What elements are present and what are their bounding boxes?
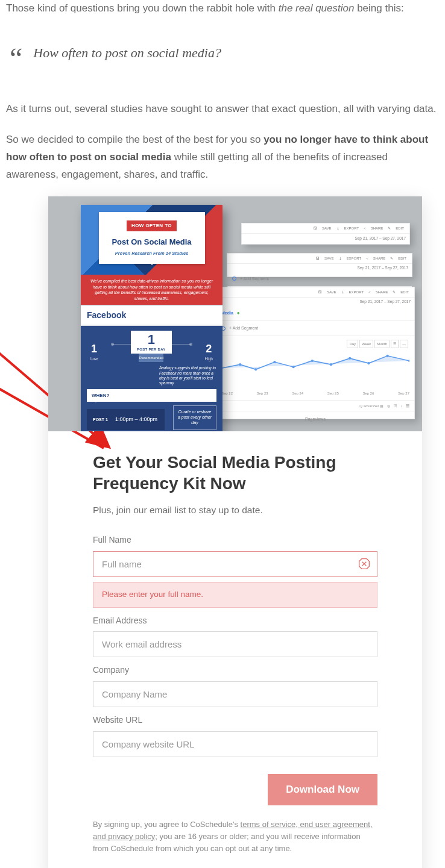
form-lead: Plus, join our email list to stay up to … — [93, 502, 377, 518]
quote-text: How often to post on social media? — [33, 42, 221, 64]
signup-form: Get Your Social Media Posting Frequency … — [48, 431, 422, 868]
company-input[interactable] — [93, 681, 377, 707]
hero-graphic: 🖫SAVE ⤓EXPORT <SHARE ✎EDIT Sep 21, 2017 … — [48, 196, 422, 431]
callout-bubble: HOW OFTEN TO Post On Social Media Proven… — [99, 212, 205, 264]
download-button[interactable]: Download Now — [268, 774, 377, 805]
text: By signing up, you agree to CoSchedule's — [93, 820, 241, 829]
legal-text: By signing up, you agree to CoSchedule's… — [93, 819, 377, 855]
svg-point-12 — [408, 360, 409, 362]
email-input[interactable] — [93, 631, 377, 657]
field-label: Email Address — [93, 614, 377, 628]
blockquote: “ How often to post on social media? — [6, 42, 439, 70]
recommended-tag: Recommended — [139, 354, 163, 362]
metric-label: Pageviews — [305, 416, 326, 423]
section-heading: Facebook — [81, 305, 222, 326]
quote-icon: “ — [10, 44, 22, 73]
segment-label: + Add Segment — [229, 325, 258, 332]
paragraph: So we decided to compile the best of the… — [6, 131, 439, 184]
emphasis: the real question — [279, 2, 355, 14]
website-input[interactable] — [93, 731, 377, 757]
svg-point-4 — [254, 368, 257, 370]
svg-point-11 — [387, 355, 389, 357]
post-time: 1:00pm – 4:00pm — [115, 415, 157, 424]
field-label: Company — [93, 663, 377, 678]
error-icon — [358, 558, 370, 570]
segment-label: + Add Segment — [240, 275, 269, 283]
curate-box: Curate or reshare a post every other day — [173, 405, 216, 429]
analytics-pane: 🖫SAVE ⤓EXPORT <SHARE ✎EDIT Sep 21, 2017 … — [241, 223, 410, 245]
date-range: Sep 21, 2017 – Sep 27, 2017 — [227, 264, 412, 272]
tab-label: Media — [221, 310, 233, 317]
intro-line: Those kind of questions bring you down t… — [6, 0, 439, 17]
callout-subtitle: Proven Research From 14 Studies — [104, 250, 200, 258]
field-label: Full Name — [93, 533, 377, 548]
signup-card: 🖫SAVE ⤓EXPORT <SHARE ✎EDIT Sep 21, 2017 … — [48, 196, 422, 868]
form-title: Get Your Social Media Posting Frequency … — [93, 452, 377, 494]
svg-point-5 — [273, 361, 276, 363]
intro-band: We've compiled the best data-driven info… — [81, 275, 222, 305]
text: Those kind of questions bring you down t… — [6, 2, 279, 14]
when-tag: WHEN? — [87, 389, 216, 402]
field-row-fullname — [93, 551, 377, 577]
svg-point-7 — [311, 360, 314, 362]
svg-point-6 — [292, 366, 295, 368]
analytics-pane-chart: 🖫SAVE ⤓EXPORT <SHARE ✎EDIT Sep 21, 2017 … — [216, 287, 415, 419]
line-chart: DayWeekMonth☰⋯ — [216, 336, 414, 390]
error-message: Please enter your full name. — [93, 582, 377, 608]
post-label: POST 1 — [93, 416, 108, 423]
svg-point-3 — [239, 363, 241, 366]
analytics-pane: 🖫SAVE ⤓EXPORT <SHARE ✎EDIT Sep 21, 2017 … — [227, 253, 412, 277]
signup-card-wrap: 🖫SAVE ⤓EXPORT <SHARE ✎EDIT Sep 21, 2017 … — [6, 196, 439, 868]
note-text: Analogy suggests that posting to Faceboo… — [87, 362, 216, 389]
paragraph: As it turns out, several studies have so… — [6, 101, 439, 118]
text: being this: — [354, 2, 403, 14]
svg-point-9 — [349, 357, 351, 360]
svg-point-10 — [367, 362, 370, 364]
pill-label: HOW OFTEN TO — [127, 220, 177, 231]
fullname-input[interactable] — [93, 551, 377, 577]
callout-title: Post On Social Media — [104, 236, 200, 249]
text: So we decided to compile the best of the… — [6, 134, 264, 145]
field-label: Website URL — [93, 713, 377, 728]
svg-point-8 — [330, 363, 332, 366]
date-range: Sep 21, 2017 – Sep 27, 2017 — [242, 234, 409, 243]
intro-text: Those kind of questions bring you down t… — [6, 0, 439, 17]
date-range: Sep 21, 2017 – Sep 27, 2017 — [216, 298, 414, 305]
infographic: HOW OFTEN TO Post On Social Media Proven… — [81, 205, 222, 431]
